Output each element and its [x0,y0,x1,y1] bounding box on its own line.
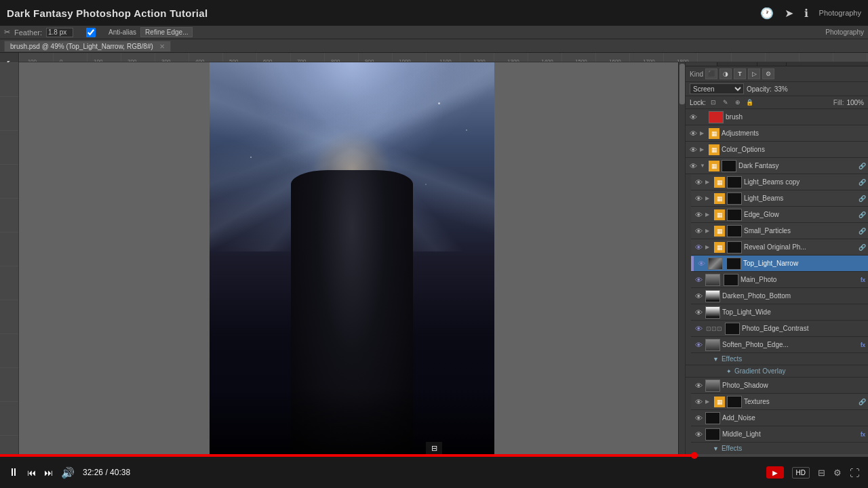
filter-shape-btn[interactable]: ▷ [748,68,760,79]
layer-photo-shadow[interactable]: 👁 Photo_Shadow [691,378,868,394]
info-icon[interactable]: ℹ [804,7,808,20]
layer-visibility-spe[interactable]: 👁 [694,340,703,350]
next-button[interactable]: ⏭ [44,468,53,478]
layer-top-light-wide[interactable]: 👁 Top_Light_Wide [691,304,868,321]
layer-adjustments[interactable]: 👁 ▶ ▦ Adjustments [686,125,868,142]
layer-photo-edge-contrast[interactable]: 👁 ⊡⊡⊡ Photo_Edge_Contrast [691,321,868,337]
atmosphere-top [210,62,494,163]
layer-visibility-lb[interactable]: 👁 [694,194,703,203]
hd-quality-button[interactable]: HD [792,467,810,479]
progress-bar[interactable] [0,454,868,457]
settings-button[interactable]: ⚙ [833,468,842,478]
layer-textures[interactable]: 👁 ▶ ▦ Textures 🔗 [691,394,868,410]
layer-visibility-brush[interactable]: 👁 [688,113,698,122]
filter-type-btn[interactable]: T [734,68,746,79]
fill-label: Fill: [833,99,844,106]
canvas-scroll-thumb[interactable] [679,64,685,104]
lock-image-pixels-icon[interactable]: ✎ [721,98,730,107]
layer-thumb-pec [725,323,740,335]
layer-add-noise[interactable]: 👁 Add_Noise [691,410,868,426]
layer-name-adjustments: Adjustments [722,129,865,137]
blend-mode-select[interactable]: Screen [690,83,744,94]
layer-small-particles[interactable]: 👁 ▶ ▦ Small_Particles 🔗 [691,223,868,239]
antialias-checkbox[interactable] [77,28,104,37]
canvas-scrollbar[interactable] [678,62,685,454]
layer-expand-tex[interactable]: ▶ [705,399,712,405]
layer-middle-light[interactable]: 👁 Middle_Light fx [691,426,868,443]
layer-expand-lb[interactable]: ▶ [705,195,712,201]
play-pause-button[interactable]: ⏸ [8,466,19,479]
layer-visibility-ro[interactable]: 👁 [694,243,703,252]
layer-link-lbc[interactable]: 🔗 [859,179,865,186]
layer-brush[interactable]: 👁 brush [686,109,868,125]
captions-ctrl-button[interactable]: ⊟ [818,468,825,478]
watch-later-icon[interactable]: 🕐 [760,7,774,20]
layer-expand-lbc[interactable]: ▶ [705,179,712,185]
layer-reveal-original[interactable]: 👁 ▶ ▦ Reveal Original Ph... 🔗 [691,239,868,256]
layer-soften-photo-edge[interactable]: 👁 Soften_Photo_Edge... fx [691,337,868,353]
layer-visibility-lbc[interactable]: 👁 [694,178,703,187]
blend-mode-row: Screen Opacity: 33% [686,82,868,96]
layer-link-sp[interactable]: 🔗 [859,228,865,235]
layer-visibility-color-options[interactable]: 👁 [688,145,698,155]
layer-visibility-an[interactable]: 👁 [694,413,703,423]
filter-pixel-btn[interactable]: ⬛ [705,68,717,79]
layer-visibility-tln[interactable]: 👁 [696,259,706,268]
layer-name-tlw: Top_Light_Wide [722,308,865,316]
layer-link-lb[interactable]: 🔗 [859,195,865,202]
layer-top-light-narrow[interactable]: 👁 Top_Light_Narrow [691,256,868,272]
layer-visibility-tlw[interactable]: 👁 [694,308,703,317]
layer-expand-ro[interactable]: ▶ [705,244,712,250]
lock-transparent-pixels-icon[interactable]: ⊡ [709,98,718,107]
close-tab-icon[interactable]: ✕ [159,43,165,50]
prev-button[interactable]: ⏮ [27,468,36,478]
layer-visibility-dark-fantasy[interactable]: 👁 [688,161,698,171]
youtube-logo[interactable]: ▶ [766,466,784,479]
layer-expand-dark-fantasy[interactable]: ▼ [700,163,707,169]
effects-expand-ml[interactable]: ▼ [713,445,719,452]
layer-thumb-eg [727,209,742,221]
layer-visibility-mp[interactable]: 👁 [694,275,703,285]
layer-thumb-dark-fantasy [722,160,736,172]
layer-dark-fantasy[interactable]: 👁 ▼ ▦ Dark Fantasy 🔗 [686,158,868,174]
layer-thumb-sp [727,225,742,237]
volume-button[interactable]: 🔊 [61,466,75,479]
layer-main-photo[interactable]: 👁 Main_Photo fx [691,272,868,288]
layer-light-beams-copy[interactable]: 👁 ▶ ▦ Light_Beams copy 🔗 [691,174,868,190]
progress-scrubber[interactable] [691,452,698,459]
layer-visibility-sp[interactable]: 👁 [694,226,703,236]
fullscreen-button[interactable]: ⛶ [850,467,860,479]
layer-expand-adjustments[interactable]: ▶ [700,130,707,136]
layer-link-dark-fantasy[interactable]: 🔗 [859,163,865,169]
layer-visibility-ps2[interactable]: 👁 [694,381,703,390]
layer-link-eg[interactable]: 🔗 [859,211,865,218]
layer-link-ro[interactable]: 🔗 [859,244,865,251]
layer-visibility-ml[interactable]: 👁 [694,430,703,439]
document-tab[interactable]: brush.psd @ 49% (Top_Light_Narrow, RGB/8… [4,41,171,52]
filter-adjustment-btn[interactable]: ◑ [719,68,732,79]
effects-expand-spe[interactable]: ▼ [713,356,719,363]
layer-visibility-eg[interactable]: 👁 [694,210,703,220]
layer-edge-glow[interactable]: 👁 ▶ ▦ Edge_Glow 🔗 [691,207,868,223]
layer-color-options[interactable]: 👁 ▶ ▦ Color_Options [686,142,868,158]
layer-expand-eg[interactable]: ▶ [705,211,712,218]
document-tab-bar: brush.psd @ 49% (Top_Light_Narrow, RGB/8… [0,39,868,53]
lock-position-icon[interactable]: ⊕ [733,98,743,107]
feather-input[interactable] [46,28,73,37]
layer-name-tln: Top_Light_Narrow [743,260,865,267]
layer-name-color-options: Color_Options [722,146,865,153]
share-icon[interactable]: ➤ [785,7,793,20]
layer-visibility-adjustments[interactable]: 👁 [688,129,698,138]
layer-visibility-dpb[interactable]: 👁 [694,291,703,301]
layer-link-tex[interactable]: 🔗 [859,399,865,405]
layer-visibility-tex[interactable]: 👁 [694,397,703,407]
layer-darken-photo-bottom[interactable]: 👁 Darken_Photo_Bottom [691,288,868,304]
layer-visibility-pec[interactable]: 👁 [694,324,703,333]
captions-button[interactable]: ⊟ [426,442,442,454]
layer-light-beams[interactable]: 👁 ▶ ▦ Light_Beams 🔗 [691,190,868,207]
refine-edge-button[interactable]: Refine Edge... [140,27,193,37]
layer-expand-sp[interactable]: ▶ [705,228,712,234]
layer-expand-color-options[interactable]: ▶ [700,146,707,152]
filter-smart-btn[interactable]: ⚙ [762,68,774,79]
lock-all-icon[interactable]: 🔒 [745,98,755,107]
